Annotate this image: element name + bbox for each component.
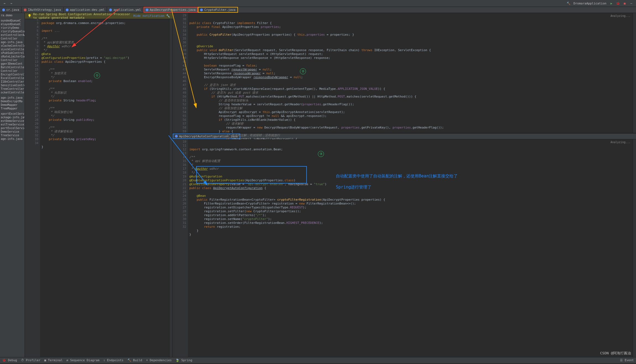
- tool-dependencies[interactable]: ⬇ Dependencies: [146, 358, 172, 362]
- annotation-circle-1: ①: [94, 72, 100, 78]
- forward-icon[interactable]: →: [9, 1, 14, 6]
- tab-application-yml[interactable]: application.yml: [107, 7, 143, 13]
- structure-item[interactable]: estDemoService: [0, 119, 25, 123]
- run-config-label[interactable]: DromaraApplication: [574, 2, 606, 5]
- tool-terminal[interactable]: ▣ Terminal: [44, 358, 62, 362]
- structure-item[interactable]: xportExcelService: [0, 112, 25, 116]
- structure-item[interactable]: ra.demo: [0, 14, 25, 17]
- tab-cryptofilter[interactable]: CryptoFilter.java: [198, 7, 238, 13]
- structure-item[interactable]: TreeService: [0, 133, 25, 137]
- banner-hide-link[interactable]: Hide notification: [133, 14, 164, 18]
- more-icon[interactable]: ⋯: [629, 1, 634, 6]
- tool-debug[interactable]: 🐞 Debug: [2, 358, 17, 362]
- structure-item[interactable]: oundedQueueC: [0, 19, 25, 22]
- watermark: CSDN @阿海打酱油: [600, 351, 631, 356]
- structure-item[interactable]: estControllerAAn: [0, 33, 25, 37]
- bottom-marks: [173, 139, 177, 357]
- structure-item[interactable]: sPubSubControl: [0, 51, 25, 55]
- structure-item[interactable]: age-info.java: [0, 96, 25, 99]
- structure-item[interactable]: elayedQueueC: [0, 22, 25, 26]
- tab-label: cr.java: [6, 8, 19, 12]
- top-toolbar: ← → 🔨 DromaraApplication ▶ 🐞 ■ ⋯: [0, 0, 636, 7]
- structure-item[interactable]: age-info.java: [0, 40, 25, 44]
- body-area: ra.demooundedQueueCelayedQueueCriorityDe…: [0, 13, 636, 357]
- structure-item[interactable]: DemoEncryptMa: [0, 99, 25, 103]
- left-code[interactable]: Analyzing... package org.dromara.common.…: [40, 13, 169, 357]
- tool-event-log[interactable]: ☰ Event: [620, 358, 634, 362]
- structure-item[interactable]: DemoService: [0, 130, 25, 133]
- wrench-icon[interactable]: 🔧: [166, 14, 170, 18]
- structure-item[interactable]: sLockController: [0, 48, 25, 51]
- structure-item[interactable]: Controller: [0, 58, 25, 62]
- annotation-box: [196, 166, 307, 184]
- tab-label: application-dev.yml: [70, 8, 105, 12]
- structure-item[interactable]: Controller: [0, 37, 25, 40]
- right-scrollbar-bottom[interactable]: [633, 139, 636, 357]
- annotation-circle-3: ③: [318, 151, 324, 157]
- structure-item[interactable]: I18nController: [0, 80, 25, 83]
- structure-item[interactable]: DemoMapper: [0, 103, 25, 107]
- right-code-bottom[interactable]: Analyzing... import org.springframework.…: [188, 139, 633, 357]
- structure-item[interactable]: TreeMapper: [0, 107, 25, 110]
- structure-tree[interactable]: ra.demooundedQueueCelayedQueueCriorityDe…: [0, 13, 25, 357]
- tool-profiler[interactable]: ⏱ Profiler: [21, 358, 41, 362]
- right-code-top[interactable]: Analyzing... public class CryptoFilter i…: [188, 13, 633, 133]
- structure-item[interactable]: age-info.java: [0, 137, 25, 141]
- structure-item[interactable]: ackage-info.java: [0, 116, 25, 119]
- stop-icon[interactable]: ■: [622, 1, 627, 6]
- status-analyzing: Analyzing...: [611, 14, 630, 18]
- bottom-toolbar: 🐞 Debug ⏱ Profiler ▣ Terminal ⇄ Sequence…: [0, 357, 636, 363]
- bottom-gutter: 1011121314151617181920212223242526272829…: [177, 139, 188, 357]
- tab-label: IAuthStrategy.java: [28, 8, 61, 12]
- left-marks: [25, 13, 29, 357]
- structure-item[interactable]: riorityQueueCon: [0, 30, 25, 33]
- structure-item[interactable]: EncryptControlle: [0, 73, 25, 76]
- status-analyzing: Analyzing...: [611, 140, 630, 144]
- tool-sequence-diagram[interactable]: ⇄ Sequence Diagram: [67, 358, 100, 362]
- tab-apidecryptproperties[interactable]: ApiDecryptProperties.java: [143, 7, 198, 13]
- structure-item[interactable]: BatchController: [0, 66, 25, 69]
- tab-label: CryptoFilter.java: [204, 8, 235, 12]
- run-icon[interactable]: ▶: [609, 1, 614, 6]
- structure-item[interactable]: gger3DemoCont: [0, 62, 25, 66]
- editor-right-column: 2930313233343536373839404142434445464748…: [173, 13, 636, 357]
- back-icon[interactable]: ←: [2, 1, 7, 6]
- structure-item[interactable]: Controller: [0, 69, 25, 73]
- structure-item[interactable]: TreeController: [0, 87, 25, 91]
- left-scrollbar[interactable]: [169, 13, 172, 357]
- structure-item[interactable]: sCacheControlle: [0, 44, 25, 48]
- tool-endpoints[interactable]: ⇪ Endpoints: [103, 358, 124, 362]
- tab-cr[interactable]: cr.java: [0, 7, 22, 13]
- editor-left-pane: 1234567891011121314151617181920212223242…: [25, 13, 173, 357]
- spring-banner: 💡 Re-run Spring Boot Configuration Annot…: [25, 13, 173, 19]
- tab-label: ApiDecryptProperties.java: [150, 8, 196, 12]
- debug-icon[interactable]: 🐞: [615, 1, 621, 6]
- tab-label: application.yml: [113, 8, 141, 12]
- hammer-icon[interactable]: 🔨: [566, 1, 571, 6]
- structure-item[interactable]: SensitiveContro: [0, 83, 25, 87]
- right-marks: [173, 13, 177, 133]
- structure-item[interactable]: ExcelController: [0, 76, 25, 80]
- left-gutter: 1234567891011121314151617181920212223242…: [29, 13, 40, 357]
- annotation-circle-2: ②: [300, 68, 306, 74]
- structure-item[interactable]: portExcelService: [0, 126, 25, 130]
- right-scrollbar-top[interactable]: [633, 13, 636, 133]
- structure-item[interactable]: riorityDemo: [0, 26, 25, 30]
- banner-msg: Re-run Spring Boot Configuration Annotat…: [33, 12, 130, 20]
- structure-item[interactable]: ocketController: [0, 91, 25, 94]
- structure-item[interactable]: sRateLimiterCon: [0, 55, 25, 58]
- structure-item[interactable]: estTreeServiceI: [0, 123, 25, 126]
- tab-iauthstrategy[interactable]: IAuthStrategy.java: [22, 7, 63, 13]
- bulb-icon: 💡: [28, 14, 32, 18]
- tool-spring[interactable]: 🍃 Spring: [176, 358, 192, 362]
- tool-build[interactable]: 🔨 Build: [127, 358, 142, 362]
- tab-app-dev-yml[interactable]: application-dev.yml: [64, 7, 107, 13]
- right-gutter: 2930313233343536373839404142434445464748…: [177, 13, 188, 133]
- annotation-note: 自动配置类中使用了自动装配的注解，还使用Bean注解直接交给了 Spring进行…: [311, 168, 458, 195]
